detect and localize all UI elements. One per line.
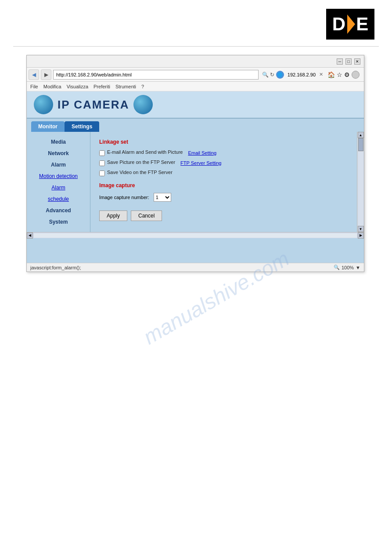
gear-icon[interactable]: ⚙ xyxy=(344,71,350,78)
menu-preferiti[interactable]: Preferiti xyxy=(94,84,110,89)
hscroll-track xyxy=(34,233,357,238)
menu-strumenti[interactable]: Strumenti xyxy=(115,84,136,89)
zoom-control: 🔍 100% ▼ xyxy=(334,265,360,270)
email-alarm-row: E-mail Alarm and Send with Picture Email… xyxy=(99,149,348,156)
watermark: manualshive.com xyxy=(139,246,293,349)
sidebar: Media Network Alarm Motion detection Ala… xyxy=(27,132,90,232)
minimize-button[interactable]: ─ xyxy=(337,58,343,65)
tab-monitor[interactable]: Monitor xyxy=(31,121,65,132)
ftp-picture-label[interactable]: Save Picture on the FTP Server xyxy=(99,160,175,166)
camera-globe-right xyxy=(133,95,153,114)
logo-arrow xyxy=(347,15,355,34)
image-capture-label: Image capture number: xyxy=(99,195,149,200)
menu-file[interactable]: File xyxy=(30,84,38,89)
tab-close-x[interactable]: ✕ xyxy=(319,72,323,77)
button-row: Apply Cancel xyxy=(99,210,348,221)
logo-e: E xyxy=(356,14,368,35)
sidebar-item-media[interactable]: Media xyxy=(27,136,90,148)
scroll-left-button[interactable]: ◀ xyxy=(27,232,33,239)
browser-titlebar: ─ □ ✕ xyxy=(27,55,364,68)
bottom-scrollbar: ◀ ▶ xyxy=(27,232,364,238)
ftp-video-label[interactable]: Save Video on the FTP Server xyxy=(99,170,173,176)
sidebar-item-alarm[interactable]: Alarm xyxy=(27,159,90,170)
ftp-picture-row: Save Picture on the FTP Server FTP Serve… xyxy=(99,160,348,166)
email-alarm-checkbox[interactable] xyxy=(99,150,105,156)
menu-bar: File Modifica Visualizza Preferiti Strum… xyxy=(27,82,364,91)
scroll-track xyxy=(358,138,363,226)
content-area: Linkage set E-mail Alarm and Send with P… xyxy=(90,132,357,232)
status-bar: javascript:form_alarm(); 🔍 100% ▼ xyxy=(27,263,364,272)
sidebar-item-alarm-schedule[interactable]: Alarm xyxy=(27,182,90,193)
right-scrollbar: ▲ ▼ xyxy=(357,132,364,232)
scroll-right-button[interactable]: ▶ xyxy=(358,232,364,239)
camera-content: IP CAMERA Monitor Settings Media Network xyxy=(27,91,364,263)
image-capture-section: Image capture Image capture number: 1 2 … xyxy=(99,182,348,202)
zoom-level: 100% xyxy=(342,265,354,270)
menu-visualizza[interactable]: Visualizza xyxy=(67,84,88,89)
zoom-dropdown-icon[interactable]: ▼ xyxy=(356,265,360,270)
forward-button[interactable]: ▶ xyxy=(41,69,51,80)
menu-help[interactable]: ? xyxy=(141,84,144,89)
window-controls: ─ □ ✕ xyxy=(337,58,360,65)
email-setting-link[interactable]: Email Setting xyxy=(188,150,216,156)
image-capture-select[interactable]: 1 2 3 xyxy=(154,193,171,202)
nav-tabs: Monitor Settings xyxy=(27,119,364,132)
zoom-icon: 🔍 xyxy=(334,265,340,270)
ftp-video-checkbox[interactable] xyxy=(99,170,105,176)
email-alarm-label[interactable]: E-mail Alarm and Send with Picture xyxy=(99,149,183,156)
globe-icon: 🌐 xyxy=(276,71,284,79)
sidebar-item-network[interactable]: Network xyxy=(27,148,90,159)
tab-ip-label: 192.168.2.90 xyxy=(286,72,317,77)
camera-globe-left xyxy=(34,95,53,114)
sidebar-item-motion-detection[interactable]: Motion detection xyxy=(27,170,90,182)
logo-d: D xyxy=(332,14,345,35)
address-bar[interactable] xyxy=(53,70,259,80)
user-icon xyxy=(352,71,360,79)
ftp-picture-checkbox[interactable] xyxy=(99,160,105,166)
page-divider xyxy=(13,46,379,47)
camera-title: IP CAMERA xyxy=(58,98,129,112)
ftp-video-row: Save Video on the FTP Server xyxy=(99,170,348,176)
browser-window: ─ □ ✕ ◀ ▶ 🔍 ↻ 🌐 192.168.2.90 ✕ 🏠 ☆ ⚙ Fil… xyxy=(26,55,364,272)
browser-toolbar: ◀ ▶ 🔍 ↻ 🌐 192.168.2.90 ✕ 🏠 ☆ ⚙ xyxy=(27,68,364,82)
restore-button[interactable]: □ xyxy=(345,58,352,65)
address-bar-icons: 🔍 ↻ xyxy=(262,72,274,78)
search-icon: 🔍 xyxy=(262,72,269,78)
sidebar-item-system[interactable]: System xyxy=(27,216,90,228)
sidebar-item-schedule[interactable]: schedule xyxy=(27,193,90,205)
sidebar-item-advanced[interactable]: Advanced xyxy=(27,205,90,216)
image-capture-title: Image capture xyxy=(99,182,348,189)
close-button[interactable]: ✕ xyxy=(354,58,360,65)
status-text: javascript:form_alarm(); xyxy=(30,265,81,270)
refresh-icon[interactable]: ↻ xyxy=(270,72,274,78)
star-icon[interactable]: ☆ xyxy=(337,71,342,78)
cancel-button[interactable]: Cancel xyxy=(131,210,162,221)
browser-right-icons: 🏠 ☆ ⚙ xyxy=(325,71,362,79)
scroll-down-button[interactable]: ▼ xyxy=(358,226,364,232)
menu-modifica[interactable]: Modifica xyxy=(43,84,61,89)
home-icon[interactable]: 🏠 xyxy=(327,71,335,78)
camera-header: IP CAMERA xyxy=(27,91,364,119)
linkage-set-title: Linkage set xyxy=(99,139,348,145)
scroll-up-button[interactable]: ▲ xyxy=(358,132,364,138)
image-capture-row: Image capture number: 1 2 3 xyxy=(99,193,348,202)
main-layout: Media Network Alarm Motion detection Ala… xyxy=(27,132,364,232)
scroll-thumb[interactable] xyxy=(358,138,363,151)
dse-logo: D E xyxy=(326,9,374,40)
ftp-server-setting-link[interactable]: FTP Server Setting xyxy=(180,160,221,166)
apply-button[interactable]: Apply xyxy=(99,210,127,221)
back-button[interactable]: ◀ xyxy=(29,69,39,80)
tab-settings[interactable]: Settings xyxy=(65,121,99,132)
